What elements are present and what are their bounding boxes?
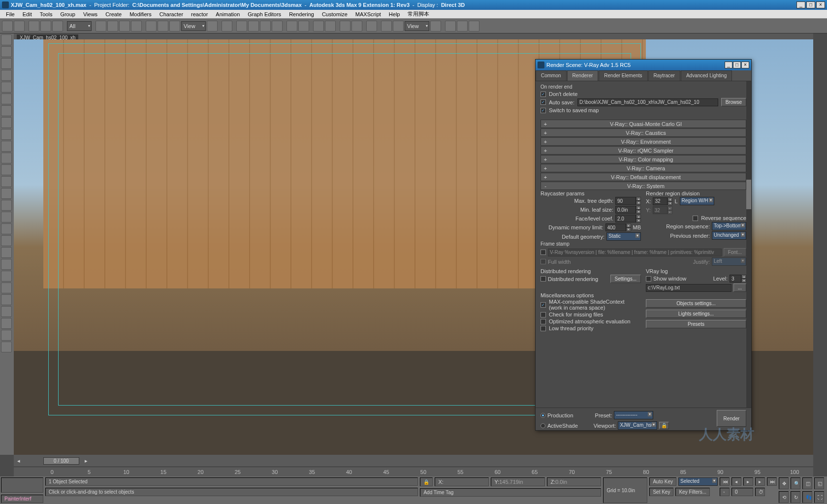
script-listener[interactable]: [1, 477, 43, 493]
menu-character[interactable]: Character: [156, 11, 187, 17]
lock-icon[interactable]: 🔒: [420, 477, 433, 486]
nav-pan-icon[interactable]: ✥: [779, 477, 789, 489]
pivot-button[interactable]: [207, 21, 218, 32]
reactor-tool-icon[interactable]: [1, 235, 12, 246]
reactor-tool-icon[interactable]: [1, 188, 12, 199]
time-ruler[interactable]: 0 5 10 15 20 25 30 35 40 45 50 55 60 65 …: [14, 467, 813, 476]
def-geom-combo[interactable]: Static: [606, 232, 641, 241]
select-region-button[interactable]: [119, 21, 130, 32]
redo-button[interactable]: [14, 21, 25, 32]
nav-fov-icon[interactable]: ◫: [802, 477, 812, 489]
nav-roll-icon[interactable]: ↻: [791, 491, 800, 503]
spinner-snap-button[interactable]: [272, 21, 283, 32]
reactor-tool-icon[interactable]: [1, 223, 12, 234]
tab-advanced-lighting[interactable]: Advanced Lighting: [681, 70, 732, 81]
reactor-tool-icon[interactable]: [1, 200, 12, 211]
reactor-tool-icon[interactable]: [1, 105, 12, 116]
dist-settings-button[interactable]: Settings...: [610, 275, 641, 283]
curve-editor-button[interactable]: [340, 21, 350, 32]
dont-delete-checkbox[interactable]: ✓: [541, 92, 546, 97]
keyfilters-button[interactable]: Key Filters...: [675, 488, 710, 496]
reactor-tool-icon[interactable]: [1, 141, 12, 152]
nav-zoomall-icon[interactable]: ◱: [814, 477, 824, 489]
rollup-qmc-gi[interactable]: +V-Ray:: Quasi-Monte Carlo GI: [541, 120, 746, 128]
keymode-combo[interactable]: Selected: [678, 477, 718, 486]
scale-button[interactable]: [169, 21, 180, 32]
face-level-input[interactable]: [615, 215, 636, 222]
select-button[interactable]: [95, 21, 106, 32]
layers-button[interactable]: [325, 21, 336, 32]
rollup-caustics[interactable]: +V-Ray:: Caustics: [541, 128, 746, 137]
lights-settings-button[interactable]: Lights settings...: [646, 310, 746, 318]
browse-button[interactable]: Browse: [721, 98, 746, 106]
tab-render-elements[interactable]: Render Elements: [599, 70, 647, 81]
reactor-tool-icon[interactable]: [1, 129, 12, 140]
prev-render-combo[interactable]: Unchanged: [712, 231, 746, 240]
production-radio[interactable]: [541, 413, 545, 418]
unlink-button[interactable]: [40, 21, 51, 32]
activeshade-radio[interactable]: [541, 423, 545, 428]
goto-start-icon[interactable]: ⏮: [720, 477, 730, 486]
named-sel-button[interactable]: [286, 21, 297, 32]
switch-saved-checkbox[interactable]: ✓: [541, 108, 546, 113]
reverse-seq-checkbox[interactable]: [693, 216, 698, 221]
time-config-icon[interactable]: ⏱: [755, 488, 765, 496]
viewport-combo[interactable]: XJW_Cam_hs0: [618, 421, 657, 430]
menu-modifiers[interactable]: Modifiers: [126, 11, 156, 17]
region-seq-combo[interactable]: Top->Bottom: [712, 222, 746, 230]
menu-tools[interactable]: Tools: [36, 11, 57, 17]
tab-raytracer[interactable]: Raytracer: [648, 70, 680, 81]
reactor-tool-icon[interactable]: [1, 176, 12, 187]
region-wh-combo[interactable]: Region W/H: [680, 197, 714, 205]
low-thread-checkbox[interactable]: [541, 326, 546, 331]
material-button[interactable]: [366, 21, 377, 32]
nav-zoom-icon[interactable]: 🔍: [791, 477, 800, 489]
reactor-tool-icon[interactable]: [1, 294, 12, 305]
nav-orbit-icon[interactable]: ⟲: [779, 491, 789, 503]
menu-animation[interactable]: Animation: [212, 11, 244, 17]
nav-walk-icon[interactable]: 👣: [802, 491, 812, 503]
reactor-tool-icon[interactable]: [1, 34, 12, 45]
reactor-tool-icon[interactable]: [1, 82, 12, 93]
max-compat-checkbox[interactable]: ✓: [541, 302, 546, 308]
reactor-button[interactable]: [445, 21, 456, 32]
painter-text[interactable]: PainterInterf: [1, 495, 43, 503]
menu-scripts[interactable]: 常用脚本: [404, 10, 433, 18]
move-button[interactable]: [146, 21, 157, 32]
dist-checkbox[interactable]: [541, 276, 546, 282]
align-button[interactable]: [313, 21, 324, 32]
render-button[interactable]: [430, 21, 441, 32]
render-button[interactable]: Render: [717, 410, 746, 427]
check-missing-checkbox[interactable]: [541, 312, 546, 317]
bind-button[interactable]: [52, 21, 63, 32]
menu-reactor[interactable]: reactor: [187, 11, 212, 17]
minimize-button[interactable]: _: [796, 1, 805, 8]
close-button[interactable]: ×: [816, 1, 825, 8]
reactor-tool-icon[interactable]: [1, 46, 12, 57]
rollup-camera[interactable]: +V-Ray:: Camera: [541, 164, 746, 172]
percent-snap-button[interactable]: [260, 21, 271, 32]
menu-maxscript[interactable]: MAXScript: [351, 11, 385, 17]
maximize-button[interactable]: □: [806, 1, 815, 8]
rollup-system[interactable]: -V-Ray:: System: [541, 182, 746, 190]
dialog-title-bar[interactable]: Render Scene: V-Ray Adv 1.5 RC5 _ □ ×: [536, 60, 751, 70]
reactor2-button[interactable]: [457, 21, 468, 32]
dialog-minimize[interactable]: _: [725, 62, 732, 68]
dialog-close[interactable]: ×: [741, 62, 749, 68]
render-scene-button[interactable]: [381, 21, 392, 32]
timeline-prev-icon[interactable]: ◂: [14, 458, 24, 464]
menu-grapheditors[interactable]: Graph Editors: [244, 11, 285, 17]
rollup-environment[interactable]: +V-Ray:: Environment: [541, 137, 746, 146]
rotate-button[interactable]: [158, 21, 168, 32]
region-x-input[interactable]: [653, 197, 668, 205]
selection-filter[interactable]: All: [67, 21, 92, 31]
reactor-tool-icon[interactable]: [1, 164, 12, 175]
presets-button[interactable]: Presets: [646, 320, 746, 328]
goto-end-icon[interactable]: ⏭: [767, 477, 777, 486]
auto-save-path-input[interactable]: [577, 98, 718, 106]
manipulate-button[interactable]: [222, 21, 232, 32]
preset-combo[interactable]: -------------: [614, 411, 653, 419]
ref-coord-system[interactable]: View: [181, 21, 206, 31]
menu-customize[interactable]: Customize: [318, 11, 351, 17]
menu-group[interactable]: Group: [56, 11, 79, 17]
